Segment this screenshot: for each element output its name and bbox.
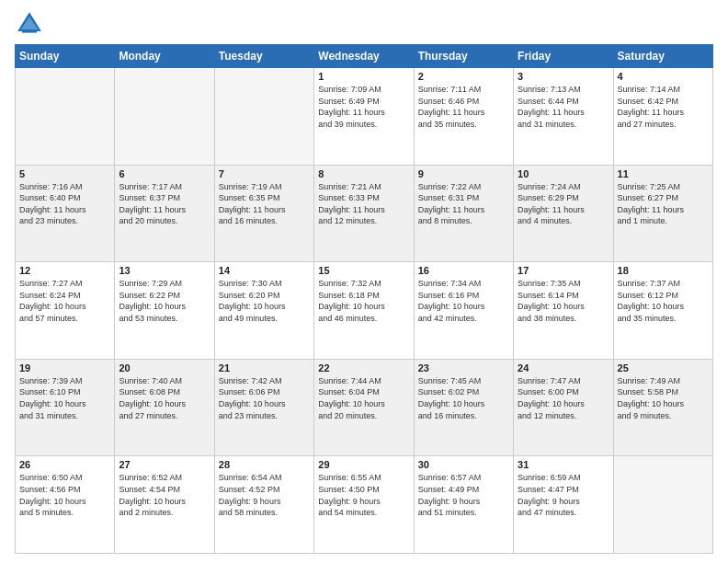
calendar-cell-w5d4: 29Sunrise: 6:55 AM Sunset: 4:50 PM Dayli… xyxy=(314,456,414,554)
calendar-week-3: 12Sunrise: 7:27 AM Sunset: 6:24 PM Dayli… xyxy=(16,262,713,360)
header xyxy=(15,9,713,39)
day-number: 20 xyxy=(119,362,210,373)
day-number: 11 xyxy=(618,168,709,179)
day-number: 28 xyxy=(219,459,310,470)
day-number: 12 xyxy=(19,265,110,276)
calendar-cell-w4d6: 24Sunrise: 7:47 AM Sunset: 6:00 PM Dayli… xyxy=(514,359,613,456)
weekday-header-sunday: Sunday xyxy=(16,45,115,68)
day-info: Sunrise: 7:16 AM Sunset: 6:40 PM Dayligh… xyxy=(19,181,110,227)
day-number: 7 xyxy=(219,168,310,179)
day-number: 6 xyxy=(119,168,210,179)
calendar-cell-w2d5: 9Sunrise: 7:22 AM Sunset: 6:31 PM Daylig… xyxy=(414,165,513,262)
day-info: Sunrise: 6:50 AM Sunset: 4:56 PM Dayligh… xyxy=(19,472,110,518)
calendar-week-2: 5Sunrise: 7:16 AM Sunset: 6:40 PM Daylig… xyxy=(16,165,713,262)
day-info: Sunrise: 7:42 AM Sunset: 6:06 PM Dayligh… xyxy=(219,375,310,421)
calendar-cell-w2d3: 7Sunrise: 7:19 AM Sunset: 6:35 PM Daylig… xyxy=(214,165,313,262)
day-number: 16 xyxy=(418,265,509,276)
day-number: 21 xyxy=(219,362,310,373)
svg-rect-2 xyxy=(22,29,37,32)
calendar-cell-w2d7: 11Sunrise: 7:25 AM Sunset: 6:27 PM Dayli… xyxy=(613,165,712,262)
logo xyxy=(15,9,48,39)
day-info: Sunrise: 7:49 AM Sunset: 5:58 PM Dayligh… xyxy=(618,375,709,421)
day-info: Sunrise: 7:25 AM Sunset: 6:27 PM Dayligh… xyxy=(618,181,709,227)
day-number: 9 xyxy=(418,168,509,179)
calendar-cell-w3d5: 16Sunrise: 7:34 AM Sunset: 6:16 PM Dayli… xyxy=(414,262,513,360)
day-number: 19 xyxy=(19,362,110,373)
page: SundayMondayTuesdayWednesdayThursdayFrid… xyxy=(0,0,728,563)
calendar-cell-w4d1: 19Sunrise: 7:39 AM Sunset: 6:10 PM Dayli… xyxy=(16,359,115,456)
day-info: Sunrise: 7:27 AM Sunset: 6:24 PM Dayligh… xyxy=(19,278,110,324)
calendar-cell-w1d7: 4Sunrise: 7:14 AM Sunset: 6:42 PM Daylig… xyxy=(613,68,712,166)
weekday-header-thursday: Thursday xyxy=(414,45,513,68)
calendar-cell-w5d5: 30Sunrise: 6:57 AM Sunset: 4:49 PM Dayli… xyxy=(414,456,513,554)
calendar-cell-w5d6: 31Sunrise: 6:59 AM Sunset: 4:47 PM Dayli… xyxy=(514,456,613,554)
calendar-cell-w5d3: 28Sunrise: 6:54 AM Sunset: 4:52 PM Dayli… xyxy=(214,456,313,554)
day-number: 23 xyxy=(418,362,509,373)
day-number: 3 xyxy=(518,71,609,82)
calendar-cell-w2d6: 10Sunrise: 7:24 AM Sunset: 6:29 PM Dayli… xyxy=(514,165,613,262)
day-number: 10 xyxy=(518,168,609,179)
weekday-header-wednesday: Wednesday xyxy=(314,45,414,68)
day-info: Sunrise: 7:11 AM Sunset: 6:46 PM Dayligh… xyxy=(418,84,509,130)
day-info: Sunrise: 7:22 AM Sunset: 6:31 PM Dayligh… xyxy=(418,181,509,227)
day-number: 15 xyxy=(318,265,409,276)
calendar-cell-w5d2: 27Sunrise: 6:52 AM Sunset: 4:54 PM Dayli… xyxy=(115,456,214,554)
day-info: Sunrise: 7:45 AM Sunset: 6:02 PM Dayligh… xyxy=(418,375,509,421)
calendar-cell-w3d7: 18Sunrise: 7:37 AM Sunset: 6:12 PM Dayli… xyxy=(613,262,712,360)
weekday-header-monday: Monday xyxy=(115,45,214,68)
day-number: 27 xyxy=(119,459,210,470)
day-info: Sunrise: 6:59 AM Sunset: 4:47 PM Dayligh… xyxy=(518,472,609,518)
calendar-cell-w1d2 xyxy=(115,68,214,166)
calendar-cell-w3d2: 13Sunrise: 7:29 AM Sunset: 6:22 PM Dayli… xyxy=(115,262,214,360)
day-info: Sunrise: 6:57 AM Sunset: 4:49 PM Dayligh… xyxy=(418,472,509,518)
weekday-header-saturday: Saturday xyxy=(613,45,712,68)
calendar-cell-w4d2: 20Sunrise: 7:40 AM Sunset: 6:08 PM Dayli… xyxy=(115,359,214,456)
day-number: 25 xyxy=(618,362,709,373)
day-number: 26 xyxy=(19,459,110,470)
logo-icon xyxy=(15,9,44,39)
day-info: Sunrise: 7:30 AM Sunset: 6:20 PM Dayligh… xyxy=(219,278,310,324)
calendar-cell-w4d4: 22Sunrise: 7:44 AM Sunset: 6:04 PM Dayli… xyxy=(314,359,414,456)
day-number: 30 xyxy=(418,459,509,470)
calendar-cell-w2d1: 5Sunrise: 7:16 AM Sunset: 6:40 PM Daylig… xyxy=(16,165,115,262)
calendar-cell-w1d3 xyxy=(214,68,313,166)
day-info: Sunrise: 7:21 AM Sunset: 6:33 PM Dayligh… xyxy=(318,181,409,227)
calendar-cell-w1d4: 1Sunrise: 7:09 AM Sunset: 6:49 PM Daylig… xyxy=(314,68,414,166)
calendar-cell-w4d7: 25Sunrise: 7:49 AM Sunset: 5:58 PM Dayli… xyxy=(613,359,712,456)
calendar-cell-w3d3: 14Sunrise: 7:30 AM Sunset: 6:20 PM Dayli… xyxy=(214,262,313,360)
day-info: Sunrise: 6:55 AM Sunset: 4:50 PM Dayligh… xyxy=(318,472,409,518)
day-number: 2 xyxy=(418,71,509,82)
day-number: 1 xyxy=(318,71,409,82)
day-number: 5 xyxy=(19,168,110,179)
day-info: Sunrise: 7:44 AM Sunset: 6:04 PM Dayligh… xyxy=(318,375,409,421)
calendar-table: SundayMondayTuesdayWednesdayThursdayFrid… xyxy=(15,44,713,554)
day-info: Sunrise: 7:13 AM Sunset: 6:44 PM Dayligh… xyxy=(518,84,609,130)
day-number: 17 xyxy=(518,265,609,276)
day-info: Sunrise: 7:40 AM Sunset: 6:08 PM Dayligh… xyxy=(119,375,210,421)
day-info: Sunrise: 7:19 AM Sunset: 6:35 PM Dayligh… xyxy=(219,181,310,227)
day-info: Sunrise: 7:14 AM Sunset: 6:42 PM Dayligh… xyxy=(618,84,709,130)
day-number: 13 xyxy=(119,265,210,276)
calendar-cell-w3d6: 17Sunrise: 7:35 AM Sunset: 6:14 PM Dayli… xyxy=(514,262,613,360)
day-info: Sunrise: 7:29 AM Sunset: 6:22 PM Dayligh… xyxy=(119,278,210,324)
weekday-header-friday: Friday xyxy=(514,45,613,68)
day-number: 14 xyxy=(219,265,310,276)
calendar-cell-w5d7 xyxy=(613,456,712,554)
calendar-cell-w4d5: 23Sunrise: 7:45 AM Sunset: 6:02 PM Dayli… xyxy=(414,359,513,456)
day-info: Sunrise: 7:09 AM Sunset: 6:49 PM Dayligh… xyxy=(318,84,409,130)
day-number: 18 xyxy=(618,265,709,276)
calendar-cell-w5d1: 26Sunrise: 6:50 AM Sunset: 4:56 PM Dayli… xyxy=(16,456,115,554)
calendar-cell-w1d1 xyxy=(16,68,115,166)
day-number: 31 xyxy=(518,459,609,470)
day-info: Sunrise: 6:54 AM Sunset: 4:52 PM Dayligh… xyxy=(219,472,310,518)
day-info: Sunrise: 7:24 AM Sunset: 6:29 PM Dayligh… xyxy=(518,181,609,227)
day-number: 4 xyxy=(618,71,709,82)
calendar-week-5: 26Sunrise: 6:50 AM Sunset: 4:56 PM Dayli… xyxy=(16,456,713,554)
calendar-cell-w4d3: 21Sunrise: 7:42 AM Sunset: 6:06 PM Dayli… xyxy=(214,359,313,456)
day-info: Sunrise: 7:32 AM Sunset: 6:18 PM Dayligh… xyxy=(318,278,409,324)
day-number: 24 xyxy=(518,362,609,373)
day-number: 29 xyxy=(318,459,409,470)
day-info: Sunrise: 7:47 AM Sunset: 6:00 PM Dayligh… xyxy=(518,375,609,421)
day-info: Sunrise: 6:52 AM Sunset: 4:54 PM Dayligh… xyxy=(119,472,210,518)
calendar-cell-w1d6: 3Sunrise: 7:13 AM Sunset: 6:44 PM Daylig… xyxy=(514,68,613,166)
